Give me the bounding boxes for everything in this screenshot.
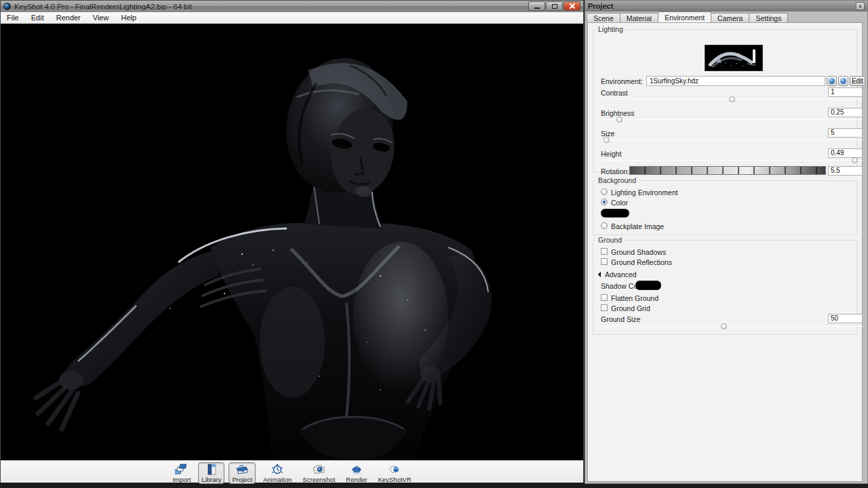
ground-size-slider-handle[interactable]: [721, 323, 727, 329]
background-color-swatch[interactable]: [601, 209, 629, 218]
tab-environment[interactable]: Environment: [658, 12, 711, 22]
panel-close-button[interactable]: x: [856, 2, 865, 10]
open-environment-button[interactable]: [827, 76, 837, 86]
maximize-button[interactable]: [546, 1, 563, 11]
background-group: Background Lighting Environment Color Ba…: [593, 180, 857, 235]
ground-group: Ground Ground Shadows Ground Reflections…: [593, 240, 857, 335]
ground-grid-label: Ground Grid: [611, 304, 650, 312]
render-icon: [350, 464, 363, 475]
project-panel: Project x Scene Material Environment Cam…: [585, 0, 868, 484]
height-value[interactable]: 0.49: [828, 148, 863, 158]
brightness-value[interactable]: 0.25: [828, 108, 863, 117]
menu-view[interactable]: View: [87, 14, 115, 22]
height-slider[interactable]: [601, 157, 863, 163]
radio-lighting-environment-label: Lighting Environment: [611, 188, 678, 197]
lighting-group-label: Lighting: [595, 25, 626, 33]
toolbar-animation[interactable]: Animation: [260, 462, 295, 484]
menu-render[interactable]: Render: [50, 14, 87, 22]
animation-icon: [271, 464, 284, 475]
ground-shadows-checkbox[interactable]: [601, 248, 608, 255]
toolbar-screenshot[interactable]: Screenshot: [299, 462, 338, 484]
lighting-group: Lighting Environment:: [593, 29, 857, 173]
brightness-slider[interactable]: [601, 117, 863, 123]
ground-reflections-checkbox[interactable]: [601, 258, 608, 265]
sphere-icon: [829, 78, 835, 84]
advanced-label[interactable]: Advanced: [605, 270, 637, 279]
minimize-button[interactable]: [528, 1, 545, 11]
rotation-wheel[interactable]: [629, 166, 826, 175]
radio-backplate-image-label: Backplate Image: [611, 222, 664, 230]
shadow-color-swatch[interactable]: [635, 281, 661, 290]
ground-reflections-label: Ground Reflections: [611, 258, 672, 266]
toolbar-keyshotvr[interactable]: KeyShotVR: [374, 462, 414, 484]
radio-color[interactable]: [601, 199, 608, 205]
menu-help[interactable]: Help: [115, 14, 142, 22]
library-icon: [205, 464, 218, 475]
menu-file[interactable]: File: [1, 14, 25, 22]
keyshot-app-icon: [3, 3, 11, 10]
project-panel-header[interactable]: Project x: [585, 1, 867, 12]
contrast-slider-handle[interactable]: [729, 96, 735, 102]
close-icon: [570, 3, 575, 9]
rendered-figure: [1, 24, 585, 460]
toolbar-import[interactable]: Import: [169, 462, 194, 484]
ground-size-slider[interactable]: [601, 323, 863, 329]
ground-size-label: Ground Size: [601, 315, 640, 323]
tab-scene[interactable]: Scene: [587, 13, 620, 22]
hdr-preview-image: [705, 45, 762, 70]
background-group-label: Background: [595, 176, 639, 184]
ground-size-value[interactable]: 50: [828, 314, 863, 323]
import-icon: [175, 464, 189, 475]
refresh-environment-button[interactable]: [838, 76, 848, 86]
keyshot-window: KeyShot 4.0 Pro - FinalRendersLightingA2…: [0, 0, 584, 483]
contrast-slider[interactable]: [601, 96, 863, 102]
maximize-icon: [552, 4, 557, 9]
minimize-icon: [534, 7, 540, 9]
render-viewport[interactable]: [1, 24, 583, 460]
contrast-value[interactable]: 1: [828, 87, 863, 97]
project-panel-title: Project: [588, 2, 613, 10]
close-button[interactable]: [564, 1, 580, 11]
menubar: File Edit Render View Help: [1, 12, 583, 24]
toolbar-library[interactable]: Library: [198, 462, 224, 484]
ground-grid-checkbox[interactable]: [601, 304, 608, 311]
screenshot-icon: [312, 464, 326, 475]
flatten-ground-checkbox[interactable]: [601, 294, 608, 301]
refresh-icon: [840, 78, 846, 84]
brightness-slider-handle[interactable]: [616, 117, 623, 123]
height-slider-handle[interactable]: [852, 157, 858, 163]
edit-environment-button[interactable]: Edit: [850, 76, 865, 86]
project-icon: [235, 464, 249, 475]
advanced-expander-icon[interactable]: [598, 272, 604, 277]
environment-hdr-thumbnail[interactable]: [705, 45, 763, 71]
radio-lighting-environment[interactable]: [601, 188, 608, 195]
size-slider-handle[interactable]: [604, 137, 610, 143]
window-title: KeyShot 4.0 Pro - FinalRendersLightingA2…: [14, 3, 192, 11]
radio-color-label: Color: [611, 199, 628, 207]
environment-tab-content: Lighting Environment:: [587, 22, 863, 482]
ground-shadows-label: Ground Shadows: [611, 248, 666, 256]
tab-settings[interactable]: Settings: [749, 13, 788, 22]
size-value[interactable]: 5: [828, 128, 863, 138]
size-slider[interactable]: [601, 137, 863, 143]
toolbar-project[interactable]: Project: [229, 462, 256, 484]
tab-material[interactable]: Material: [620, 13, 658, 22]
project-tabbar: Scene Material Environment Camera Settin…: [587, 12, 866, 22]
toolbar-render[interactable]: Render: [342, 462, 370, 484]
rotation-value[interactable]: 5.5: [828, 166, 863, 176]
ground-group-label: Ground: [595, 236, 625, 244]
menu-edit[interactable]: Edit: [25, 14, 50, 22]
main-toolbar: Import Library Project: [1, 460, 583, 483]
titlebar[interactable]: KeyShot 4.0 Pro - FinalRendersLightingA2…: [1, 1, 583, 12]
keyshotvr-icon: [388, 464, 401, 475]
environment-file-input[interactable]: 1SurfingSky.hdz: [646, 76, 825, 86]
flatten-ground-label: Flatten Ground: [611, 294, 658, 302]
radio-backplate-image[interactable]: [601, 222, 608, 229]
tab-camera[interactable]: Camera: [711, 13, 749, 22]
